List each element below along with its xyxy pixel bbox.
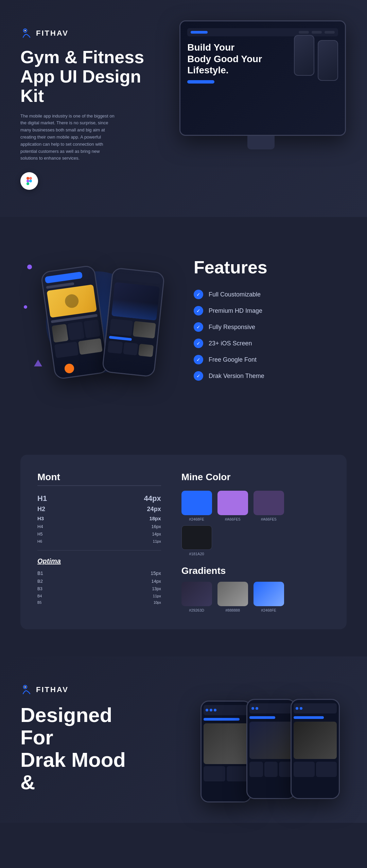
bp-dot-4	[251, 707, 254, 710]
typo-size-h1: 44px	[144, 494, 161, 503]
typo-size-b1: 15px	[151, 571, 161, 576]
typo-row-h2: H2 24px	[37, 506, 161, 513]
typo-tag-h6: H6	[37, 539, 42, 543]
color-swatches-2: #181A20	[181, 525, 330, 556]
feature-item-1: ✓ Full Coustomizable	[194, 290, 347, 299]
features-right: Features ✓ Full Coustomizable ✓ Premium …	[194, 257, 347, 387]
typo-tag-h5: H5	[37, 532, 42, 537]
logo-area: FITHAV	[20, 27, 162, 39]
svg-point-8	[24, 686, 26, 688]
gradient-label-3: #2468FE	[261, 608, 276, 612]
typography-heading: Mont	[37, 472, 161, 486]
bp-thumb-1	[204, 766, 225, 781]
phone-mockup-area	[20, 244, 173, 400]
color-swatch-blue: #2468FE	[181, 491, 212, 521]
design-card: Mont H1 44px H2 24px H3 18px H4 16px H5 …	[20, 455, 347, 629]
typo-size-b5: 10px	[154, 601, 161, 604]
svg-rect-4	[27, 180, 29, 182]
gradient-swatch-2: #888888	[217, 582, 248, 612]
swatch-box-purple	[217, 491, 248, 515]
features-section: Features ✓ Full Coustomizable ✓ Premium …	[0, 217, 367, 428]
svg-rect-5	[27, 182, 29, 185]
typo-tag-h4: H4	[37, 524, 43, 529]
bp-screen-1	[202, 702, 250, 801]
bp-dot-1	[206, 709, 208, 711]
bottom-phone-3	[291, 699, 340, 799]
gradients-heading: Gradients	[181, 565, 330, 576]
features-title: Features	[194, 257, 347, 277]
color-swatch-dark-purple: #A66FE5	[254, 491, 284, 521]
swatch-box-dark	[181, 525, 212, 550]
feature-item-4: ✓ 23+ iOS Screen	[194, 339, 347, 348]
gradient-box-1	[181, 582, 212, 606]
brand-name: FITHAV	[36, 29, 69, 38]
decor-dot-orange	[65, 364, 74, 373]
bp-dot-6	[296, 707, 298, 710]
feature-label-5: Free Google Font	[209, 356, 257, 363]
bp-bar-2	[249, 703, 293, 713]
phone-mockup-secondary	[102, 267, 165, 378]
hero-left: FITHAV Gym & FitnessApp UI Design Kit Th…	[20, 20, 162, 190]
bp-thumb-7	[316, 762, 337, 777]
typo-tag-b2: B2	[37, 579, 43, 584]
typo-size-h2: 24px	[147, 506, 161, 513]
swatch-label-dark-purple: #A66FE5	[261, 517, 277, 521]
typo-row-b4: B4 11px	[37, 594, 161, 598]
phone-screen-secondary	[103, 268, 164, 376]
typo-row-b1: B1 15px	[37, 571, 161, 576]
svg-point-6	[29, 180, 32, 182]
typo-row-b3: B3 13px	[37, 586, 161, 591]
hero-description: The mobile app industry is one of the bi…	[20, 113, 116, 162]
bp-bar-1	[204, 705, 248, 715]
typo-size-h5: 14px	[152, 532, 161, 537]
brand-logo-icon	[20, 27, 33, 39]
typo-size-b4: 11px	[153, 594, 161, 598]
typo-tag-b5: B5	[37, 601, 41, 604]
feature-check-3: ✓	[194, 322, 203, 332]
typo-size-h3: 18px	[149, 516, 161, 521]
swatch-label-blue: #2468FE	[189, 517, 204, 521]
hero-title: Gym & FitnessApp UI Design Kit	[20, 48, 162, 106]
typo-size-b2: 14px	[151, 579, 161, 584]
bottom-brand-logo-icon	[20, 684, 33, 696]
decor-dot-purple-1	[27, 265, 32, 269]
hero-right: Build Your Body Good Your Lifestyle.	[176, 20, 347, 149]
figma-badge[interactable]	[20, 172, 38, 190]
swatch-box-blue	[181, 491, 212, 515]
feature-label-6: Drak Version Theme	[209, 373, 264, 380]
bottom-phone-2	[246, 699, 296, 799]
typo-tag-b3: B3	[37, 586, 42, 591]
color-swatch-purple: #A66FE5	[217, 491, 248, 521]
bottom-hero-title: Designed For Drak Mood &	[20, 704, 145, 794]
bp-row-3	[294, 762, 337, 777]
feature-item-6: ✓ Drak Version Theme	[194, 371, 347, 381]
svg-rect-3	[29, 177, 32, 180]
feature-check-1: ✓	[194, 290, 203, 299]
colors-heading: Mine Color	[181, 472, 330, 483]
bottom-section: FITHAV Designed For Drak Mood &	[0, 656, 367, 823]
svg-rect-2	[27, 177, 29, 180]
gradient-swatch-3: #2468FE	[254, 582, 284, 612]
feature-label-2: Premium HD Image	[209, 307, 262, 314]
decor-triangle	[34, 360, 42, 366]
bp-thumb-3	[249, 762, 263, 777]
bottom-phones	[159, 684, 347, 802]
typo-row-h5: H5 14px	[37, 532, 161, 537]
gradient-swatches: #29263D #888888 #2468FE	[181, 582, 330, 612]
swatch-box-dark-purple	[254, 491, 284, 515]
bp-dot-5	[256, 707, 258, 710]
gradient-label-2: #888888	[225, 608, 240, 612]
feature-item-2: ✓ Premium HD Image	[194, 306, 347, 315]
feature-check-2: ✓	[194, 306, 203, 315]
feature-check-5: ✓	[194, 355, 203, 364]
typo-row-h1: H1 44px	[37, 494, 161, 503]
typo-row-h6: H6 11px	[37, 539, 161, 543]
swatch-label-purple: #A66FE5	[225, 517, 241, 521]
gradient-swatch-1: #29263D	[181, 582, 212, 612]
bottom-phone-1	[200, 701, 251, 802]
bp-thumb-6	[294, 762, 315, 777]
svg-point-1	[24, 30, 26, 31]
typo-divider	[37, 550, 161, 550]
typo-row-b2: B2 14px	[37, 579, 161, 584]
typo-row-h3: H3 18px	[37, 516, 161, 521]
